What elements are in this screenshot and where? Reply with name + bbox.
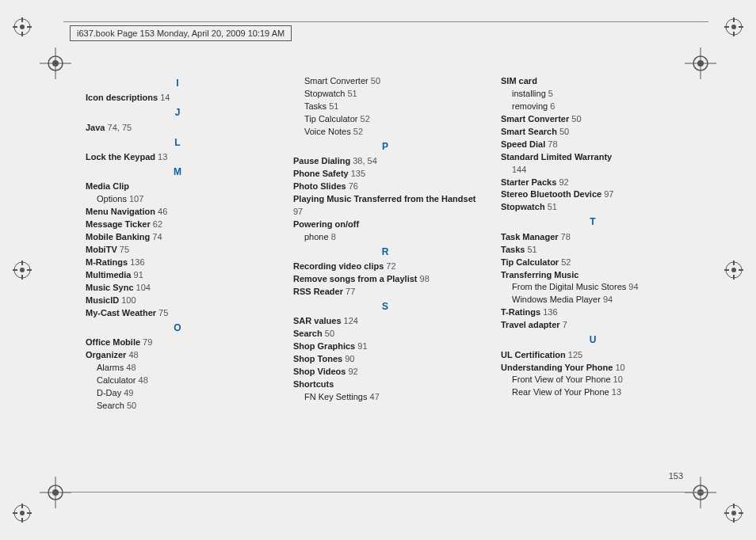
index-entry-term: MusicID	[86, 295, 119, 305]
index-entry-term: SAR values	[293, 316, 342, 325]
index-entry-page: 10	[613, 363, 624, 372]
index-entry-term: Shop Graphics	[293, 341, 355, 351]
index-subentry: Front View of Your Phone 10	[501, 374, 685, 386]
header-rule	[63, 21, 708, 22]
index-subentry-term: Tasks	[304, 101, 326, 111]
index-entry-term: Remove songs from a Playlist	[293, 274, 418, 283]
index-entry-term: Phone Safety	[293, 169, 349, 178]
index-subentry-term: From the Digital Music Stores	[512, 282, 626, 291]
index-entry: Understanding Your Phone 10	[501, 362, 685, 375]
index-entry-term: Mobile Banking	[86, 232, 150, 241]
index-subentry: Search 50	[86, 400, 269, 413]
index-entry-page: 62	[151, 219, 162, 229]
index-entry-term: Multimedia	[86, 270, 131, 280]
index-letter-heading: R	[293, 245, 477, 259]
index-subentry-term: Search	[97, 401, 124, 410]
index-entry: MusicID 100	[86, 295, 269, 307]
index-subentry: Tip Calculator 52	[293, 113, 477, 126]
index-entry-term: Java	[86, 123, 105, 132]
index-entry-page: 78	[559, 232, 571, 241]
svg-rect-5	[27, 26, 32, 28]
index-entry-term: Media Clip	[86, 181, 129, 191]
index-subentry: Tasks 51	[293, 101, 477, 113]
index-entry: T-Ratings 136	[501, 306, 685, 319]
index-entry-page: 10	[611, 375, 623, 384]
svg-point-31	[731, 511, 736, 515]
index-subentry: FN Key Settings 47	[293, 391, 477, 404]
svg-rect-16	[13, 269, 17, 271]
index-entry: Playing Music Transferred from the Hands…	[293, 193, 477, 219]
index-entry-page: 144	[501, 164, 685, 177]
registration-mark-icon	[13, 260, 32, 280]
index-entry: Powering on/off	[293, 219, 477, 231]
registration-mark-icon	[724, 17, 743, 36]
index-entry-page: 107	[127, 194, 143, 203]
index-entry-page: 78	[545, 139, 557, 149]
index-entry-page: 74, 75	[105, 123, 132, 132]
index-entry: UL Certification 125	[501, 349, 685, 362]
index-subentry: Stopwatch 51	[293, 88, 477, 101]
index-entry: Message Ticker 62	[86, 219, 269, 231]
index-subentry: Windows Media Player 94	[501, 294, 685, 306]
index-entry: Office Mobile 79	[86, 337, 269, 349]
index-entry: Standard Limited Warranty	[501, 151, 685, 164]
index-entry: MobiTV 75	[86, 244, 269, 257]
index-entry: Phone Safety 135	[293, 168, 477, 181]
index-entry-term: Shop Tones	[293, 354, 342, 363]
svg-rect-15	[21, 275, 23, 280]
index-entry: Shop Videos 92	[293, 366, 477, 378]
index-entry: Tip Calculator 52	[501, 257, 685, 269]
svg-rect-8	[733, 17, 735, 22]
index-letter-heading: I	[86, 77, 269, 90]
svg-rect-21	[733, 275, 735, 280]
index-subentry-term: Tip Calculator	[304, 114, 357, 124]
index-subentry-term: Voice Notes	[304, 127, 351, 136]
index-entry: Recording video clips 72	[293, 260, 477, 273]
index-column-3: SIM cardinstalling 5removing 6Smart Conv…	[501, 75, 685, 461]
index-subentry-term: Stopwatch	[304, 89, 345, 98]
svg-rect-34	[724, 512, 729, 514]
index-entry-page: 49	[121, 388, 133, 397]
index-entry-page: 13	[155, 152, 167, 162]
svg-rect-3	[21, 32, 23, 36]
index-entry-page: 91	[355, 341, 367, 351]
svg-rect-23	[739, 269, 743, 271]
index-letter-heading: O	[86, 321, 269, 335]
index-entry: Photo Slides 76	[293, 181, 477, 193]
index-letter-heading: L	[86, 136, 269, 150]
index-entry: SAR values 124	[293, 315, 477, 328]
index-entry-term: Tip Calculator	[501, 257, 559, 267]
index-entry-term: Organizer	[86, 350, 126, 359]
index-entry-term: Understanding Your Phone	[501, 363, 613, 372]
index-entry-term: Tasks	[501, 245, 525, 254]
index-entry: Task Manager 78	[501, 231, 685, 244]
svg-point-25	[20, 511, 25, 515]
index-entry: Remove songs from a Playlist 98	[293, 273, 477, 286]
index-entry: Search 50	[293, 328, 477, 340]
index-entry-term: RSS Reader	[293, 287, 343, 296]
index-entry: Icon descriptions 14	[86, 92, 269, 105]
index-entry: Shop Graphics 91	[293, 340, 477, 353]
index-entry-term: Travel adapter	[501, 320, 560, 329]
svg-rect-32	[733, 504, 735, 508]
index-entry: Stopwatch 51	[501, 201, 685, 214]
index-entry-page: 7	[560, 320, 567, 329]
index-subentry-term: Calculator	[97, 375, 136, 385]
index-entry-page: 50	[368, 76, 380, 86]
index-entry-term: Photo Slides	[293, 181, 346, 191]
svg-point-7	[731, 25, 736, 29]
svg-point-1	[20, 25, 25, 29]
index-entry-page: 92	[346, 367, 357, 376]
index-entry-page: 52	[559, 257, 571, 267]
index-entry: SIM card	[501, 75, 685, 88]
index-columns: IIcon descriptions 14JJava 74, 75LLock t…	[86, 75, 685, 461]
index-entry-page: 38, 54	[350, 156, 377, 165]
footer-rule	[63, 492, 708, 492]
svg-rect-17	[27, 269, 32, 271]
index-column-2: Smart Converter 50Stopwatch 51Tasks 51Ti…	[293, 75, 477, 461]
svg-point-19	[731, 268, 736, 272]
index-entry-term: Music Sync	[86, 283, 134, 292]
index-entry-term: Stopwatch	[501, 202, 545, 211]
index-subentry-term: Front View of Your Phone	[512, 375, 611, 384]
index-entry-term: Smart Converter	[501, 114, 569, 124]
